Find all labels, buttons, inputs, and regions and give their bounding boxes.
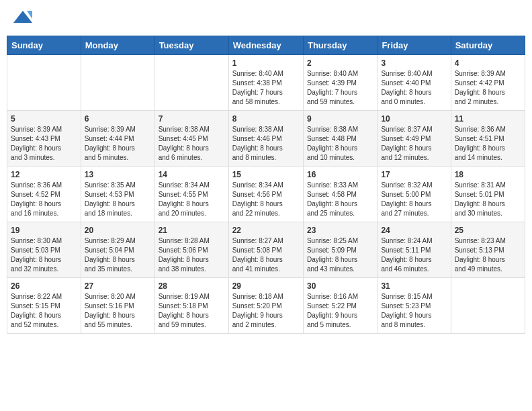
calendar-cell: 2Sunrise: 8:40 AM Sunset: 4:39 PM Daylig… [303,55,377,111]
day-info: Sunrise: 8:37 AM Sunset: 4:49 PM Dayligh… [381,125,447,163]
calendar-cell: 31Sunrise: 8:15 AM Sunset: 5:23 PM Dayli… [378,278,451,334]
day-number: 2 [307,58,373,68]
day-number: 13 [85,170,151,179]
day-number: 14 [159,170,225,179]
calendar-cell: 7Sunrise: 8:38 AM Sunset: 4:45 PM Daylig… [154,111,228,167]
day-number: 3 [381,58,447,68]
day-info: Sunrise: 8:32 AM Sunset: 5:00 PM Dayligh… [381,181,447,218]
calendar-cell: 19Sunrise: 8:30 AM Sunset: 5:03 PM Dayli… [7,222,81,278]
day-header-saturday: Saturday [451,36,525,55]
day-number: 9 [307,114,373,124]
day-info: Sunrise: 8:19 AM Sunset: 5:18 PM Dayligh… [159,292,225,330]
calendar-week-row: 5Sunrise: 8:39 AM Sunset: 4:43 PM Daylig… [7,111,525,167]
day-number: 8 [232,114,300,124]
day-number: 12 [11,170,77,179]
day-info: Sunrise: 8:35 AM Sunset: 4:53 PM Dayligh… [85,181,151,218]
day-number: 5 [11,114,77,124]
calendar-cell: 23Sunrise: 8:25 AM Sunset: 5:09 PM Dayli… [303,222,377,278]
day-info: Sunrise: 8:23 AM Sunset: 5:13 PM Dayligh… [455,236,521,274]
calendar-cell: 17Sunrise: 8:32 AM Sunset: 5:00 PM Dayli… [378,167,451,222]
day-info: Sunrise: 8:38 AM Sunset: 4:46 PM Dayligh… [232,125,300,163]
calendar-cell [7,55,81,111]
day-info: Sunrise: 8:16 AM Sunset: 5:22 PM Dayligh… [307,292,373,330]
day-header-monday: Monday [81,36,154,55]
day-info: Sunrise: 8:40 AM Sunset: 4:40 PM Dayligh… [381,69,447,107]
calendar-week-row: 12Sunrise: 8:36 AM Sunset: 4:52 PM Dayli… [7,167,525,222]
day-info: Sunrise: 8:40 AM Sunset: 4:39 PM Dayligh… [307,69,373,107]
day-info: Sunrise: 8:18 AM Sunset: 5:20 PM Dayligh… [232,292,300,330]
calendar-header-row: SundayMondayTuesdayWednesdayThursdayFrid… [7,36,525,55]
calendar-cell: 10Sunrise: 8:37 AM Sunset: 4:49 PM Dayli… [378,111,451,167]
day-info: Sunrise: 8:38 AM Sunset: 4:48 PM Dayligh… [307,125,373,163]
calendar-cell: 16Sunrise: 8:33 AM Sunset: 4:58 PM Dayli… [303,167,377,222]
day-number: 29 [232,281,300,291]
day-info: Sunrise: 8:34 AM Sunset: 4:55 PM Dayligh… [159,181,225,218]
day-info: Sunrise: 8:15 AM Sunset: 5:23 PM Dayligh… [381,292,447,330]
calendar-cell [451,278,525,334]
day-number: 19 [11,226,77,235]
calendar-cell: 30Sunrise: 8:16 AM Sunset: 5:22 PM Dayli… [303,278,377,334]
calendar-cell: 6Sunrise: 8:39 AM Sunset: 4:44 PM Daylig… [81,111,154,167]
day-number: 23 [307,226,373,235]
calendar-cell: 14Sunrise: 8:34 AM Sunset: 4:55 PM Dayli… [154,167,228,222]
calendar-table: SundayMondayTuesdayWednesdayThursdayFrid… [7,36,525,334]
day-info: Sunrise: 8:27 AM Sunset: 5:08 PM Dayligh… [232,236,300,274]
calendar-cell: 12Sunrise: 8:36 AM Sunset: 4:52 PM Dayli… [7,167,81,222]
day-info: Sunrise: 8:28 AM Sunset: 5:06 PM Dayligh… [159,236,225,274]
day-info: Sunrise: 8:39 AM Sunset: 4:44 PM Dayligh… [85,125,151,163]
calendar-cell: 28Sunrise: 8:19 AM Sunset: 5:18 PM Dayli… [154,278,228,334]
day-header-sunday: Sunday [7,36,81,55]
day-number: 11 [455,114,521,124]
calendar-cell: 20Sunrise: 8:29 AM Sunset: 5:04 PM Dayli… [81,222,154,278]
day-number: 20 [85,226,151,235]
calendar-cell: 18Sunrise: 8:31 AM Sunset: 5:01 PM Dayli… [451,167,525,222]
calendar-cell: 8Sunrise: 8:38 AM Sunset: 4:46 PM Daylig… [228,111,303,167]
day-info: Sunrise: 8:39 AM Sunset: 4:43 PM Dayligh… [11,125,77,163]
page-header [7,7,525,30]
day-number: 4 [455,58,521,68]
day-info: Sunrise: 8:36 AM Sunset: 4:51 PM Dayligh… [455,125,521,163]
day-number: 16 [307,170,373,179]
day-header-thursday: Thursday [303,36,377,55]
calendar-cell: 5Sunrise: 8:39 AM Sunset: 4:43 PM Daylig… [7,111,81,167]
day-number: 21 [159,226,225,235]
day-number: 30 [307,281,373,291]
calendar-cell [154,55,228,111]
day-info: Sunrise: 8:39 AM Sunset: 4:42 PM Dayligh… [455,69,521,107]
day-info: Sunrise: 8:34 AM Sunset: 4:56 PM Dayligh… [232,181,300,218]
day-info: Sunrise: 8:25 AM Sunset: 5:09 PM Dayligh… [307,236,373,274]
calendar-cell [81,55,154,111]
day-info: Sunrise: 8:40 AM Sunset: 4:38 PM Dayligh… [232,69,300,107]
calendar-cell: 21Sunrise: 8:28 AM Sunset: 5:06 PM Dayli… [154,222,228,278]
calendar-week-row: 1Sunrise: 8:40 AM Sunset: 4:38 PM Daylig… [7,55,525,111]
day-info: Sunrise: 8:29 AM Sunset: 5:04 PM Dayligh… [85,236,151,274]
day-number: 1 [232,58,300,68]
day-number: 6 [85,114,151,124]
day-number: 22 [232,226,300,235]
day-number: 24 [381,226,447,235]
day-number: 28 [159,281,225,291]
day-info: Sunrise: 8:24 AM Sunset: 5:11 PM Dayligh… [381,236,447,274]
calendar-cell: 1Sunrise: 8:40 AM Sunset: 4:38 PM Daylig… [228,55,303,111]
day-number: 26 [11,281,77,291]
calendar-cell: 15Sunrise: 8:34 AM Sunset: 4:56 PM Dayli… [228,167,303,222]
calendar-cell: 3Sunrise: 8:40 AM Sunset: 4:40 PM Daylig… [378,55,451,111]
calendar-cell: 24Sunrise: 8:24 AM Sunset: 5:11 PM Dayli… [378,222,451,278]
day-number: 27 [85,281,151,291]
calendar-cell: 26Sunrise: 8:22 AM Sunset: 5:15 PM Dayli… [7,278,81,334]
day-info: Sunrise: 8:20 AM Sunset: 5:16 PM Dayligh… [85,292,151,330]
day-number: 17 [381,170,447,179]
day-header-wednesday: Wednesday [228,36,303,55]
calendar-cell: 4Sunrise: 8:39 AM Sunset: 4:42 PM Daylig… [451,55,525,111]
calendar-cell: 27Sunrise: 8:20 AM Sunset: 5:16 PM Dayli… [81,278,154,334]
logo-icon [13,9,32,24]
calendar-cell: 22Sunrise: 8:27 AM Sunset: 5:08 PM Dayli… [228,222,303,278]
calendar-cell: 13Sunrise: 8:35 AM Sunset: 4:53 PM Dayli… [81,167,154,222]
day-info: Sunrise: 8:33 AM Sunset: 4:58 PM Dayligh… [307,181,373,218]
day-header-tuesday: Tuesday [154,36,228,55]
day-number: 15 [232,170,300,179]
day-header-friday: Friday [378,36,451,55]
calendar-week-row: 19Sunrise: 8:30 AM Sunset: 5:03 PM Dayli… [7,222,525,278]
day-info: Sunrise: 8:31 AM Sunset: 5:01 PM Dayligh… [455,181,521,218]
calendar-cell: 25Sunrise: 8:23 AM Sunset: 5:13 PM Dayli… [451,222,525,278]
